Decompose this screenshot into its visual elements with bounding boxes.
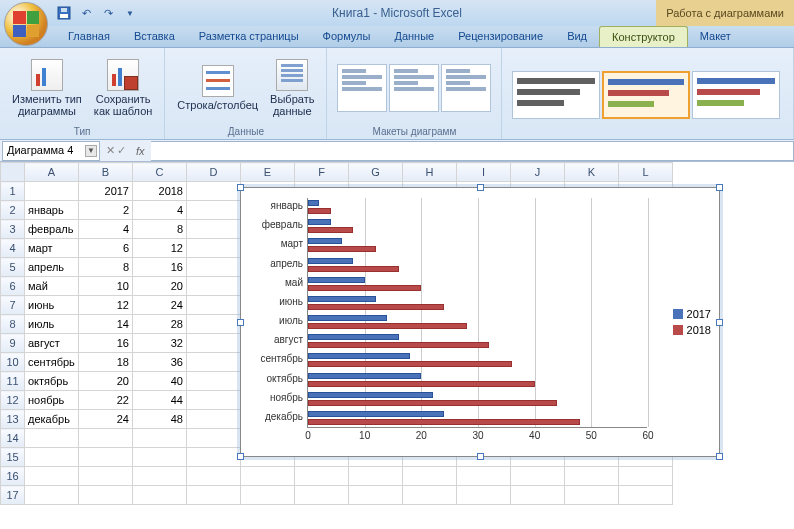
- cell[interactable]: [565, 486, 619, 505]
- cell[interactable]: [133, 429, 187, 448]
- chart-bar-series-2[interactable]: [308, 304, 444, 310]
- cell[interactable]: май: [25, 277, 79, 296]
- cell[interactable]: [79, 486, 133, 505]
- row-header[interactable]: 13: [1, 410, 25, 429]
- cell[interactable]: 32: [133, 334, 187, 353]
- cell[interactable]: 6: [79, 239, 133, 258]
- cell[interactable]: [457, 467, 511, 486]
- cell[interactable]: 2017: [79, 182, 133, 201]
- tab-данные[interactable]: Данные: [382, 26, 446, 47]
- cell[interactable]: 20: [133, 277, 187, 296]
- row-header[interactable]: 7: [1, 296, 25, 315]
- cell[interactable]: ноябрь: [25, 391, 79, 410]
- cell[interactable]: [187, 353, 241, 372]
- row-header[interactable]: 11: [1, 372, 25, 391]
- cell[interactable]: [187, 467, 241, 486]
- chart-bar-series-1[interactable]: [308, 353, 410, 359]
- resize-handle[interactable]: [477, 453, 484, 460]
- cell[interactable]: 2: [79, 201, 133, 220]
- row-header[interactable]: 3: [1, 220, 25, 239]
- cell[interactable]: [79, 448, 133, 467]
- row-header[interactable]: 10: [1, 353, 25, 372]
- chart-bar-series-2[interactable]: [308, 246, 376, 252]
- cell[interactable]: 12: [79, 296, 133, 315]
- chart-bar-series-1[interactable]: [308, 219, 331, 225]
- cell[interactable]: [187, 334, 241, 353]
- cell[interactable]: [241, 486, 295, 505]
- chart-style-3[interactable]: [692, 71, 780, 119]
- tab-разметка страницы[interactable]: Разметка страницы: [187, 26, 311, 47]
- chart-bar-series-1[interactable]: [308, 277, 365, 283]
- row-header[interactable]: 16: [1, 467, 25, 486]
- cell[interactable]: [511, 467, 565, 486]
- change-chart-type-button[interactable]: Изменить тип диаграммы: [8, 57, 86, 119]
- cell[interactable]: 8: [133, 220, 187, 239]
- chart-bar-series-2[interactable]: [308, 266, 399, 272]
- chart-bar-series-1[interactable]: [308, 296, 376, 302]
- cell[interactable]: [349, 486, 403, 505]
- cancel-icon[interactable]: ✕: [106, 144, 115, 157]
- chart-style-1[interactable]: [512, 71, 600, 119]
- chart-bar-series-2[interactable]: [308, 285, 421, 291]
- chart-bar-series-1[interactable]: [308, 392, 433, 398]
- cell[interactable]: 8: [79, 258, 133, 277]
- cell[interactable]: март: [25, 239, 79, 258]
- column-header[interactable]: J: [511, 163, 565, 182]
- chart-bar-series-2[interactable]: [308, 208, 331, 214]
- cell[interactable]: 36: [133, 353, 187, 372]
- tab-вставка[interactable]: Вставка: [122, 26, 187, 47]
- cell[interactable]: февраль: [25, 220, 79, 239]
- cell[interactable]: [241, 467, 295, 486]
- legend-item[interactable]: 2017: [673, 308, 711, 320]
- chart-bar-series-1[interactable]: [308, 315, 387, 321]
- cell[interactable]: [133, 467, 187, 486]
- chart-layout-3[interactable]: [441, 64, 491, 112]
- cell[interactable]: [133, 448, 187, 467]
- save-as-template-button[interactable]: Сохранить как шаблон: [90, 57, 157, 119]
- column-header[interactable]: F: [295, 163, 349, 182]
- tab-формулы[interactable]: Формулы: [311, 26, 383, 47]
- cell[interactable]: январь: [25, 201, 79, 220]
- cell[interactable]: [187, 448, 241, 467]
- cell[interactable]: [25, 429, 79, 448]
- row-header[interactable]: 17: [1, 486, 25, 505]
- qat-dropdown-icon[interactable]: ▼: [122, 5, 138, 21]
- cell[interactable]: [295, 467, 349, 486]
- column-header[interactable]: B: [79, 163, 133, 182]
- cell[interactable]: [25, 448, 79, 467]
- undo-icon[interactable]: ↶: [78, 5, 94, 21]
- row-header[interactable]: 15: [1, 448, 25, 467]
- chart-bar-series-2[interactable]: [308, 227, 353, 233]
- cell[interactable]: 12: [133, 239, 187, 258]
- cell[interactable]: [187, 429, 241, 448]
- cell[interactable]: [79, 429, 133, 448]
- resize-handle[interactable]: [237, 453, 244, 460]
- cell[interactable]: [187, 486, 241, 505]
- row-header[interactable]: 6: [1, 277, 25, 296]
- chart-bar-series-1[interactable]: [308, 200, 319, 206]
- chart-bar-series-2[interactable]: [308, 361, 512, 367]
- cell[interactable]: сентябрь: [25, 353, 79, 372]
- row-header[interactable]: 1: [1, 182, 25, 201]
- cell[interactable]: [187, 201, 241, 220]
- cell[interactable]: [187, 296, 241, 315]
- name-box[interactable]: Диаграмма 4 ▼: [2, 141, 100, 161]
- cell[interactable]: [511, 486, 565, 505]
- chart-bar-series-2[interactable]: [308, 381, 535, 387]
- tab-конструктор[interactable]: Конструктор: [599, 26, 688, 47]
- cell[interactable]: 18: [79, 353, 133, 372]
- switch-row-column-button[interactable]: Строка/столбец: [173, 63, 262, 113]
- cell[interactable]: 16: [133, 258, 187, 277]
- chart-legend[interactable]: 20172018: [673, 304, 711, 340]
- formula-input[interactable]: [151, 141, 794, 161]
- cell[interactable]: 4: [133, 201, 187, 220]
- select-data-button[interactable]: Выбрать данные: [266, 57, 318, 119]
- cell[interactable]: 28: [133, 315, 187, 334]
- chart-plot-area[interactable]: 0102030405060январьфевральмартапрельмайи…: [307, 198, 647, 428]
- column-header[interactable]: D: [187, 163, 241, 182]
- resize-handle[interactable]: [237, 184, 244, 191]
- column-header[interactable]: H: [403, 163, 457, 182]
- cell[interactable]: [133, 486, 187, 505]
- cell[interactable]: [565, 467, 619, 486]
- cell[interactable]: 16: [79, 334, 133, 353]
